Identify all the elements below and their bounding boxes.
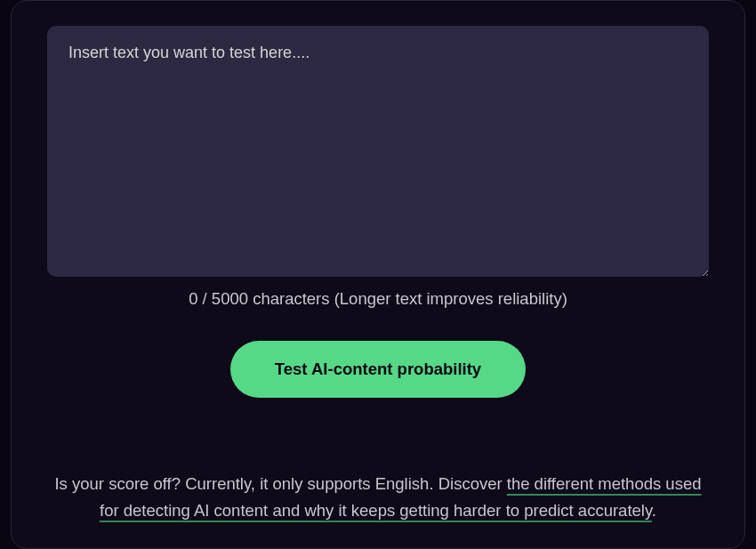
text-input[interactable]	[47, 26, 709, 277]
detector-card: 0 / 5000 characters (Longer text improve…	[11, 0, 745, 549]
footer-note: Is your score off? Currently, it only su…	[47, 471, 709, 523]
character-counter: 0 / 5000 characters (Longer text improve…	[47, 289, 709, 309]
footer-prefix: Is your score off? Currently, it only su…	[54, 474, 506, 493]
test-button[interactable]: Test AI-content probability	[230, 341, 526, 398]
action-row: Test AI-content probability	[47, 341, 709, 398]
footer-suffix: .	[652, 501, 656, 520]
